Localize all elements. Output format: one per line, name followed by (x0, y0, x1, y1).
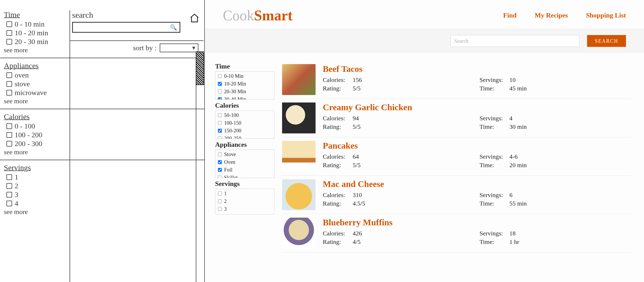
filter-option[interactable]: 0-10 Min (217, 72, 273, 80)
checkbox-icon[interactable] (6, 183, 12, 189)
recipe-thumbnail[interactable] (282, 141, 316, 172)
checkbox-icon[interactable] (218, 97, 222, 100)
wf-time-opt[interactable]: 10 - 20 min (6, 29, 70, 37)
label-time: Time: (480, 162, 508, 169)
checkbox-icon[interactable] (218, 207, 222, 211)
filter-time-box[interactable]: 0-10 Min10-20 Min20-30 Min30-40 Min (215, 71, 274, 100)
wf-appliance-opt[interactable]: oven (6, 71, 70, 79)
recipe-thumbnail[interactable] (282, 179, 316, 210)
checkbox-icon[interactable] (218, 152, 222, 156)
recipe-card[interactable]: Mac and Cheese Calories: 310 Servings: 6… (282, 176, 631, 214)
recipe-thumbnail[interactable] (282, 64, 316, 95)
filter-option[interactable]: 50-100 (217, 111, 273, 119)
recipe-title[interactable]: Pancakes (323, 141, 631, 151)
wf-see-more[interactable]: see more (4, 208, 70, 216)
filter-option[interactable]: Stove (217, 150, 273, 158)
checkbox-icon[interactable] (6, 30, 12, 36)
checkbox-icon[interactable] (218, 192, 222, 195)
checkbox-icon[interactable] (6, 174, 12, 180)
nav-list[interactable]: Shopping List (586, 12, 626, 19)
recipe-title[interactable]: Creamy Garlic Chicken (323, 102, 631, 112)
label-servings: Servings: (480, 76, 508, 83)
checkbox-icon[interactable] (218, 90, 222, 93)
recipe-meta: Calories: 94 Servings: 4 Rating: 5/5 Tim… (323, 115, 631, 130)
checkbox-icon[interactable] (218, 121, 222, 125)
filter-option[interactable]: Foil (217, 166, 273, 174)
nav-find[interactable]: Find (503, 12, 516, 19)
wf-appliance-opt[interactable]: microwave (6, 89, 70, 97)
wf-servings-opt[interactable]: 3 (6, 191, 70, 199)
checkbox-icon[interactable] (218, 136, 222, 139)
checkbox-icon[interactable] (6, 123, 12, 129)
filter-option[interactable]: 20-30 Min (217, 88, 273, 95)
checkbox-icon[interactable] (218, 168, 222, 172)
filter-option[interactable]: 10-20 Min (217, 80, 273, 88)
wf-servings-opt[interactable]: 2 (6, 182, 70, 190)
checkbox-icon[interactable] (218, 160, 222, 164)
filter-option[interactable]: Oven (217, 158, 273, 166)
checkbox-icon[interactable] (6, 201, 12, 206)
wf-see-more[interactable]: see more (4, 46, 70, 54)
search-input[interactable] (451, 35, 579, 47)
checkbox-icon[interactable] (6, 90, 12, 96)
filter-option[interactable]: 1 (217, 190, 273, 197)
wf-search-input[interactable]: 🔍 (72, 22, 180, 33)
home-icon[interactable] (189, 13, 200, 24)
recipe-body: Creamy Garlic Chicken Calories: 94 Servi… (323, 102, 631, 130)
wf-servings-opt[interactable]: 4 (6, 199, 70, 208)
value-rating: 5/5 (353, 85, 361, 92)
filter-option[interactable]: 3 (217, 205, 273, 213)
filter-servings-box[interactable]: 1234 (215, 189, 274, 215)
value-time: 1 hr (510, 238, 519, 245)
checkbox-icon[interactable] (218, 74, 222, 78)
checkbox-icon[interactable] (218, 199, 222, 203)
recipe-thumbnail[interactable] (282, 102, 316, 133)
filter-option[interactable]: 150-200 (217, 127, 273, 134)
filter-option[interactable]: 2 (217, 197, 273, 205)
label-time: Time: (480, 85, 508, 92)
scrollbar-icon[interactable] (196, 52, 204, 85)
filter-option[interactable]: 30-40 Min (217, 95, 273, 100)
recipe-card[interactable]: Beef Tacos Calories: 156 Servings: 10 Ra… (282, 61, 631, 99)
checkbox-icon[interactable] (6, 141, 12, 147)
wf-time-opt[interactable]: 20 - 30 min (6, 38, 70, 46)
recipe-title[interactable]: Blueberry Muffins (323, 218, 631, 227)
wf-see-more[interactable]: see more (4, 148, 70, 156)
label-calories: Calories: (323, 76, 351, 83)
wf-calories-title: Calories (4, 112, 70, 121)
wf-time-opt[interactable]: 0 - 10 min (6, 20, 70, 28)
filter-option[interactable]: 4 (217, 213, 273, 215)
checkbox-icon[interactable] (218, 129, 222, 133)
wf-calories-opt[interactable]: 0 - 100 (6, 122, 70, 130)
wf-calories-opt[interactable]: 200 - 300 (6, 140, 70, 148)
checkbox-icon[interactable] (6, 132, 12, 138)
checkbox-icon[interactable] (6, 72, 12, 78)
recipe-card[interactable]: Pancakes Calories: 64 Servings: 4-6 Rati… (282, 137, 631, 176)
wf-sort-dropdown[interactable]: ▼ (160, 44, 198, 52)
filter-calories-box[interactable]: 50-100100-150150-200200-250 (215, 110, 274, 139)
checkbox-icon[interactable] (218, 113, 222, 117)
recipe-thumbnail[interactable] (282, 218, 316, 249)
filter-option[interactable]: 100-150 (217, 119, 273, 127)
checkbox-icon[interactable] (6, 39, 12, 45)
wf-appliance-opt[interactable]: stove (6, 80, 70, 88)
search-icon[interactable]: 🔍 (170, 24, 177, 31)
nav-my[interactable]: My Recipes (535, 12, 568, 19)
checkbox-icon[interactable] (6, 192, 12, 198)
recipe-title[interactable]: Beef Tacos (323, 64, 631, 74)
filter-option[interactable]: Skillet (217, 174, 273, 178)
brand-logo[interactable]: CookSmart (223, 7, 293, 24)
recipe-card[interactable]: Creamy Garlic Chicken Calories: 94 Servi… (282, 99, 631, 137)
filter-appliances-box[interactable]: StoveOvenFoilSkillet (215, 150, 274, 178)
wf-calories-opt[interactable]: 100 - 200 (6, 131, 70, 139)
wf-servings-opt[interactable]: 1 (6, 173, 70, 181)
checkbox-icon[interactable] (218, 82, 222, 86)
recipe-card[interactable]: Blueberry Muffins Calories: 426 Servings… (282, 214, 631, 252)
checkbox-icon[interactable] (218, 176, 222, 178)
filter-option[interactable]: 200-250 (217, 134, 273, 139)
recipe-title[interactable]: Mac and Cheese (323, 179, 631, 189)
wf-see-more[interactable]: see more (4, 97, 70, 105)
checkbox-icon[interactable] (6, 21, 12, 27)
checkbox-icon[interactable] (6, 81, 12, 87)
search-button[interactable]: SEARCH (587, 35, 626, 47)
